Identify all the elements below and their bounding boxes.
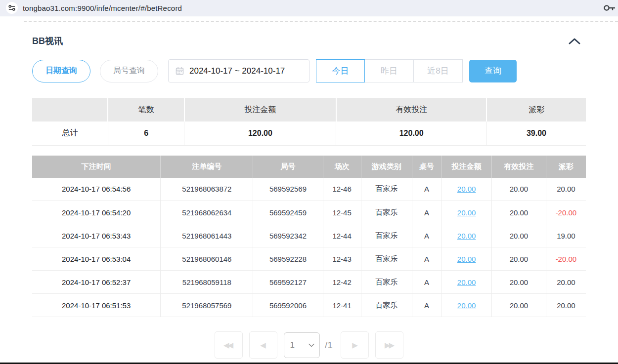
date-query-tab[interactable]: 日期查询 (32, 60, 90, 82)
payout-cell: 20.00 (546, 178, 586, 201)
quick-date-group: 今日 昨日 近8日 (316, 59, 463, 82)
calendar-icon (176, 67, 184, 75)
password-key-icon[interactable] (603, 3, 616, 12)
round-cell: 569592569 (253, 178, 323, 201)
bet-id-cell: 521968057569 (161, 294, 253, 317)
game-type-cell: 百家乐 (361, 224, 412, 247)
round-cell: 569592228 (253, 247, 323, 271)
filter-toolbar: 日期查询 局号查询 2024-10-17 ~ 2024-10-17 今日 昨日 … (32, 59, 586, 82)
bet-amount-link[interactable]: 20.00 (457, 301, 476, 310)
url-text[interactable]: tongbao31.com:9900/infe/mcenter/#/betRec… (23, 4, 182, 12)
session-cell: 12-45 (323, 201, 361, 224)
chevron-down-icon (309, 343, 314, 347)
summary-valid-bet-value: 120.00 (336, 121, 487, 145)
game-type-cell: 百家乐 (361, 247, 412, 271)
summary-payout-value: 39.00 (486, 121, 586, 145)
chevron-up-icon[interactable] (567, 36, 582, 46)
table-no-cell: A (412, 294, 441, 317)
game-type-cell: 百家乐 (361, 201, 412, 224)
bet-table-header-row: 下注时间 注单编号 局号 场次 游戏类别 桌号 投注金额 有效投注 派彩 (32, 156, 586, 178)
today-button[interactable]: 今日 (316, 59, 365, 82)
summary-header-bet-amount: 投注金额 (184, 98, 336, 121)
bet-amount-link[interactable]: 20.00 (457, 278, 476, 286)
search-button[interactable]: 查询 (469, 60, 517, 82)
bet-id-cell: 521968061443 (161, 224, 253, 247)
table-no-cell: A (412, 271, 441, 294)
summary-header-valid-bet: 有效投注 (336, 98, 487, 121)
double-left-arrow-icon: ◀◀ (223, 341, 232, 350)
right-arrow-icon: ▶ (352, 341, 356, 350)
bet-amount-cell: 20.00 (441, 178, 492, 201)
bet-time-cell: 2024-10-17 06:54:56 (32, 178, 161, 201)
summary-count-value: 6 (108, 121, 184, 145)
next-page-button[interactable]: ▶ (341, 331, 369, 359)
dashed-divider (24, 21, 618, 22)
header-payout: 派彩 (546, 156, 586, 178)
summary-header-empty (32, 98, 108, 121)
summary-total-row: 总计 6 120.00 120.00 39.00 (32, 121, 586, 145)
bet-id-cell: 521968059118 (161, 271, 253, 294)
payout-cell: -20.00 (546, 201, 586, 224)
valid-bet-cell: 20.00 (492, 201, 546, 224)
last-8-days-button[interactable]: 近8日 (414, 59, 463, 82)
bet-amount-cell: 20.00 (441, 294, 492, 317)
prev-page-button[interactable]: ◀ (249, 331, 277, 359)
valid-bet-cell: 20.00 (492, 224, 546, 247)
bet-amount-cell: 20.00 (441, 271, 492, 294)
bet-time-cell: 2024-10-17 06:51:53 (32, 294, 161, 317)
bet-amount-link[interactable]: 20.00 (457, 232, 476, 240)
session-cell: 12-44 (323, 224, 361, 247)
date-range-input[interactable]: 2024-10-17 ~ 2024-10-17 (168, 59, 309, 82)
round-cell: 569592459 (253, 201, 323, 224)
table-no-cell: A (412, 201, 441, 224)
round-cell: 569592342 (253, 224, 323, 247)
valid-bet-cell: 20.00 (492, 178, 546, 201)
header-table-no: 桌号 (412, 156, 441, 178)
table-row: 2024-10-17 06:53:04 521968060146 5695922… (32, 247, 586, 271)
round-query-tab[interactable]: 局号查询 (100, 60, 158, 82)
page-title: BB视讯 (32, 35, 63, 47)
yesterday-button[interactable]: 昨日 (365, 59, 414, 82)
site-settings-icon[interactable] (6, 2, 18, 14)
bet-time-cell: 2024-10-17 06:52:37 (32, 271, 161, 294)
bet-id-cell: 521968063872 (161, 178, 253, 201)
table-row: 2024-10-17 06:52:37 521968059118 5695921… (32, 271, 586, 294)
bet-time-cell: 2024-10-17 06:54:20 (32, 201, 161, 224)
game-type-cell: 百家乐 (361, 178, 412, 201)
address-bar: tongbao31.com:9900/infe/mcenter/#/betRec… (0, 0, 618, 16)
summary-header-payout: 派彩 (486, 98, 586, 121)
summary-header-count: 笔数 (108, 98, 184, 121)
round-cell: 569592127 (253, 271, 323, 294)
bet-record-table: 下注时间 注单编号 局号 场次 游戏类别 桌号 投注金额 有效投注 派彩 202… (32, 156, 586, 318)
bet-amount-cell: 20.00 (441, 201, 492, 224)
first-page-button[interactable]: ◀◀ (215, 331, 243, 359)
bet-amount-link[interactable]: 20.00 (457, 185, 476, 193)
payout-cell: 19.00 (546, 224, 586, 247)
game-type-cell: 百家乐 (361, 294, 412, 317)
round-cell: 569592006 (253, 294, 323, 317)
bet-amount-link[interactable]: 20.00 (457, 208, 476, 217)
payout-cell: 20.00 (546, 294, 586, 317)
summary-bet-amount-value: 120.00 (184, 121, 336, 145)
last-page-button[interactable]: ▶▶ (375, 331, 403, 359)
bet-amount-cell: 20.00 (441, 247, 492, 271)
header-bet-id: 注单编号 (161, 156, 253, 178)
page-select[interactable]: 1 (284, 332, 320, 358)
bet-record-panel: BB视讯 日期查询 局号查询 2024-10-17 ~ 2024-10-17 (0, 35, 618, 359)
bet-amount-cell: 20.00 (441, 224, 492, 247)
summary-table: 笔数 投注金额 有效投注 派彩 总计 6 120.00 120.00 39.00 (32, 98, 586, 146)
payout-cell: 20.00 (546, 271, 586, 294)
total-pages-label: /1 (325, 340, 333, 351)
page-select-value: 1 (290, 340, 295, 350)
bet-id-cell: 521968062634 (161, 201, 253, 224)
bet-amount-link[interactable]: 20.00 (457, 255, 476, 263)
session-cell: 12-43 (323, 247, 361, 271)
summary-header-row: 笔数 投注金额 有效投注 派彩 (32, 98, 586, 121)
valid-bet-cell: 20.00 (492, 294, 546, 317)
table-no-cell: A (412, 247, 441, 271)
bet-table-body: 2024-10-17 06:54:56 521968063872 5695925… (32, 178, 586, 317)
date-range-value: 2024-10-17 ~ 2024-10-17 (189, 66, 285, 76)
session-cell: 12-42 (323, 271, 361, 294)
panel-header: BB视讯 (32, 35, 586, 47)
left-arrow-icon: ◀ (260, 341, 265, 350)
